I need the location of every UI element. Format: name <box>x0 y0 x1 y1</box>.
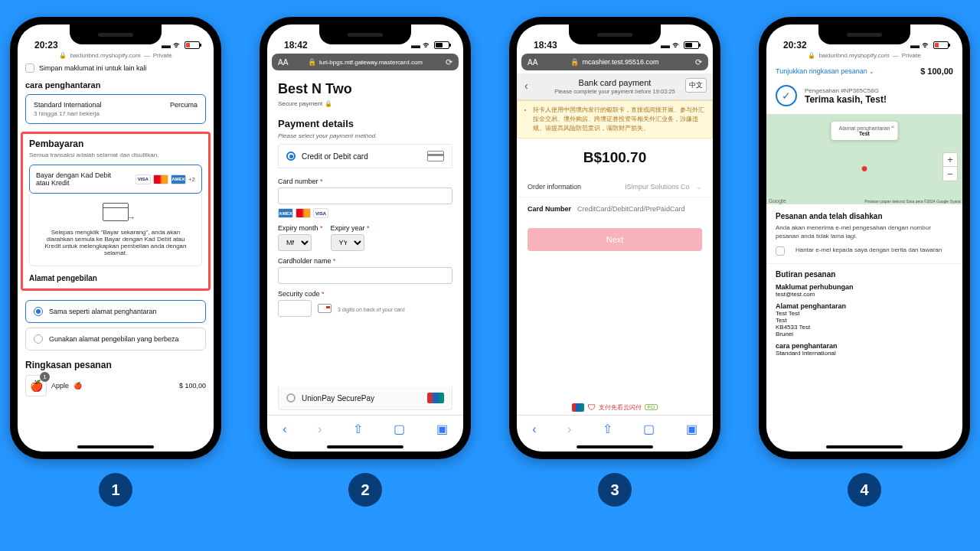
language-toggle[interactable]: 中文 <box>685 78 707 93</box>
reload-icon[interactable]: ⟳ <box>446 57 452 67</box>
shipping-option[interactable]: Standard International 3 hingga 17 hari … <box>25 94 206 124</box>
cvv-hint-icon <box>318 304 332 313</box>
home-indicator[interactable] <box>577 445 653 448</box>
billing-diff-option[interactable]: Gunakan alamat pengebilan yang berbeza <box>25 328 206 350</box>
card-number-label: Card Number <box>528 205 571 213</box>
card-number-row: Card Number <box>517 197 713 220</box>
map-attribution: Pintasan papan kekunci Data peta ©2024 G… <box>864 199 961 204</box>
phone-3: 18:43 ▬ᯤ AA 🔒 mcashier.test.95516.com ⟳ … <box>509 17 720 459</box>
security-label: Security code <box>278 290 320 298</box>
next-button[interactable]: Next <box>528 228 702 251</box>
exp-month-label: Expiry month <box>278 224 318 232</box>
zoom-in-button[interactable]: + <box>943 153 957 167</box>
merchant-name: iSimpur Solutions Co <box>625 183 689 191</box>
back-icon[interactable]: ‹ <box>283 422 286 436</box>
warning-text: 持卡人使用中国境内发行的银联卡，直接或间接开展、参与外汇按金交易、境外购房、跨境… <box>533 106 704 133</box>
tabs-icon[interactable]: ▣ <box>436 422 448 436</box>
forward-icon[interactable]: › <box>567 422 571 436</box>
url-text: mcashier.test.95516.com <box>582 58 658 66</box>
ship-method-value: Standard International <box>776 350 953 357</box>
url-text: luri-bpgs.mtf.gateway.mastercard.com <box>319 59 423 66</box>
ship-addr-label: Alamat penghantaran <box>776 302 953 310</box>
unionpay-icon <box>427 393 444 403</box>
security-code-input[interactable] <box>278 300 312 317</box>
exp-year-select[interactable]: YY <box>331 234 364 251</box>
unionpay-icon <box>572 403 584 412</box>
footer-brand: 支付先看云闪付 <box>599 403 642 412</box>
redirect-text: Selepas mengklik "Bayar sekarang", anda … <box>42 229 189 256</box>
map-popup: × Alamat penghantaran Test <box>831 122 898 140</box>
map-pin-icon: ● <box>861 161 868 175</box>
home-indicator[interactable] <box>77 445 154 448</box>
private-label: Private <box>902 52 921 59</box>
mastercard-icon <box>296 208 311 218</box>
address-bar[interactable]: AA 🔒 luri-bpgs.mtf.gateway.mastercard.co… <box>272 54 459 70</box>
aa-icon[interactable]: AA <box>528 58 537 67</box>
zoom-out-button[interactable]: − <box>943 167 957 181</box>
phone-4: 20:32 ▬ᯤ 🔒 baiduribnd.myshopify.com — Pr… <box>759 17 970 459</box>
ship-name: Standard International <box>34 101 102 109</box>
zoom-controls: + − <box>942 152 958 181</box>
phone-1: 20:23 ▬ ᯤ 🔒 baiduribnd.myshopify.com — P… <box>10 17 221 459</box>
private-label: Private <box>153 52 172 59</box>
address-bar[interactable]: 🔒 baiduribnd.myshopify.com — Private <box>18 52 214 59</box>
payment-details-title: Payment details <box>278 118 452 129</box>
order-details-title: Butiran pesanan <box>776 270 953 279</box>
cvv-hint-text: 3 digits on back of your card <box>338 307 405 312</box>
show-summary-toggle[interactable]: Tunjukkan ringkasan pesanan ⌄ <box>776 67 874 75</box>
order-summary-title: Ringkasan pesanan <box>25 360 206 370</box>
tabs-icon[interactable]: ▣ <box>686 422 697 436</box>
footer: 🛡 支付先看云闪付 PCI <box>517 396 713 415</box>
share-icon[interactable]: ⇧ <box>603 422 612 436</box>
page-title: Bank card payment <box>517 78 713 87</box>
chevron-down-icon: ⌄ <box>869 68 874 75</box>
payment-method-option[interactable]: Bayar dengan Kad Debit atau Kredit VISA … <box>29 165 202 194</box>
email-opt-label: Hantar e-mel kepada saya dengan berita d… <box>795 246 942 256</box>
billing-diff-label: Gunakan alamat pengebilan yang berbeza <box>49 335 179 343</box>
more-cards-badge: +2 <box>188 176 195 183</box>
item-price: $ 100,00 <box>179 382 206 390</box>
home-indicator[interactable] <box>826 445 903 448</box>
redirect-info: Selepas mengklik "Bayar sekarang", anda … <box>29 194 202 266</box>
map[interactable]: × Alamat penghantaran Test ● + − Google … <box>766 114 962 204</box>
close-icon[interactable]: × <box>891 123 895 130</box>
bookmarks-icon[interactable]: ▢ <box>394 422 405 436</box>
billing-same-option[interactable]: Sama seperti alamat penghantaran <box>25 300 206 323</box>
order-info-label: Order information <box>528 183 581 191</box>
exp-month-select[interactable]: MM <box>278 234 312 251</box>
reload-icon[interactable]: ⟳ <box>695 57 702 67</box>
email-opt-checkbox[interactable] <box>776 246 785 256</box>
bookmarks-icon[interactable]: ▢ <box>643 422 655 436</box>
forward-icon[interactable]: › <box>318 422 322 436</box>
back-icon[interactable]: ‹ <box>532 422 536 436</box>
back-button[interactable]: ‹ <box>524 80 528 92</box>
billing-same-label: Sama seperti alamat penghantaran <box>49 308 157 315</box>
visa-icon: VISA <box>313 208 328 218</box>
payment-title: Pembayaran <box>29 139 202 149</box>
step-badge-4: 4 <box>848 473 881 507</box>
ship-line: KB4533 Test <box>776 324 953 331</box>
card-number-input[interactable] <box>278 187 452 204</box>
home-indicator[interactable] <box>327 445 403 448</box>
cardholder-input[interactable] <box>278 267 452 284</box>
save-info-checkbox[interactable] <box>25 64 34 73</box>
status-time: 18:42 <box>284 40 308 51</box>
exp-year-label: Expiry year <box>331 224 365 232</box>
order-info-row[interactable]: Order information iSimpur Solutions Co ⌄ <box>517 177 713 197</box>
share-icon[interactable]: ⇧ <box>353 422 363 436</box>
address-bar[interactable]: 🔒 baiduribnd.myshopify.com — Private <box>766 52 962 59</box>
google-logo: Google <box>769 198 786 204</box>
card-number-input[interactable] <box>577 205 702 213</box>
battery-icon <box>185 41 200 49</box>
aa-icon[interactable]: AA <box>278 58 288 67</box>
option-unionpay[interactable]: UnionPay SecurePay <box>278 386 452 410</box>
option-credit-card[interactable]: Credit or Debit card <box>278 144 452 168</box>
contact-value: test@test.com <box>776 291 953 298</box>
lock-icon: 🔒 <box>308 58 316 66</box>
success-check-icon: ✓ <box>776 85 797 106</box>
visa-icon: VISA <box>136 174 151 184</box>
option-unionpay-label: UnionPay SecurePay <box>302 394 374 403</box>
url-text: baiduribnd.myshopify.com <box>818 52 889 59</box>
ship-eta: 3 hingga 17 hari bekerja <box>34 110 102 117</box>
address-bar[interactable]: AA 🔒 mcashier.test.95516.com ⟳ <box>521 54 708 70</box>
